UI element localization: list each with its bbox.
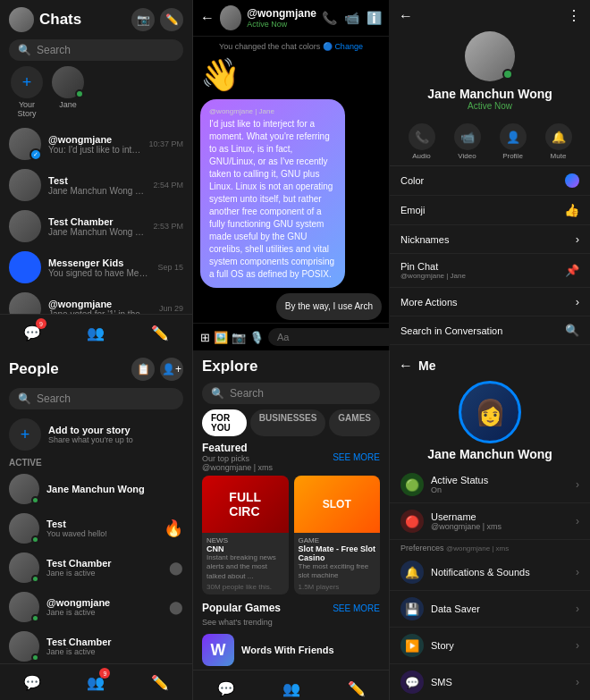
chat-avatar xyxy=(9,169,41,201)
chat-input-bar: ⊞ 🖼️ 📷 🎙️ 😊 👍 xyxy=(193,323,389,350)
pin-icon: 📌 xyxy=(565,264,579,277)
nav-compose[interactable]: ✏️ xyxy=(148,670,173,695)
phone-icon[interactable]: 📞 xyxy=(322,11,337,25)
people-contacts-icon[interactable]: 📋 xyxy=(131,358,155,381)
featured-by: @wongmjane | xms xyxy=(202,463,273,472)
camera-icon[interactable]: 📷 xyxy=(232,331,246,344)
chats-bottom-nav: 💬 9 👥 ✏️ xyxy=(0,314,192,350)
chats-header: Chats 📷 ✏️ xyxy=(0,0,192,36)
color-dot xyxy=(565,173,579,188)
explore-card-slot[interactable]: SLOT GAME Slot Mate - Free Slot Casino T… xyxy=(294,476,381,595)
image-icon[interactable]: 🖼️ xyxy=(214,331,228,344)
slot-card-image: SLOT xyxy=(294,476,381,533)
compose-icon[interactable]: ✏️ xyxy=(160,8,183,31)
chat-item[interactable]: @wongmjane Jane voted for '1' in the pol… xyxy=(0,288,192,314)
more-actions-option[interactable]: More Actions › xyxy=(390,288,590,316)
chat-window-status: Active Now xyxy=(247,20,316,29)
jane-story[interactable]: Jane xyxy=(52,66,84,118)
explore-card-cnn[interactable]: FULLCIRC NEWS CNN Instant breaking news … xyxy=(202,476,289,595)
more-options-icon[interactable]: ⋮ xyxy=(567,7,581,24)
people-action-icon[interactable]: ⬤ xyxy=(169,600,183,614)
pin-chat-option[interactable]: Pin Chat @wongmjane | Jane 📌 xyxy=(390,254,590,288)
explore-panel: Explore 🔍 Search FOR YOU BUSINESSES GAME… xyxy=(193,350,390,700)
games-see-more-button[interactable]: SEE MORE xyxy=(333,603,380,613)
emoji-option[interactable]: Emoji 👍 xyxy=(390,196,590,225)
data-saver-label: Data Saver xyxy=(431,603,569,614)
tab-games[interactable]: GAMES xyxy=(329,409,380,436)
mute-icon: 🔔 xyxy=(545,123,572,150)
add-story-sub: Share what you're up to xyxy=(48,435,133,444)
nav-chats[interactable]: 💬 xyxy=(214,676,239,700)
nav-explore[interactable]: ✏️ xyxy=(344,676,369,700)
explore-tabs: FOR YOU BUSINESSES GAMES xyxy=(193,409,389,442)
search-option[interactable]: Search in Conversation 🔍 xyxy=(390,316,590,345)
settings-back-button[interactable]: ← xyxy=(399,358,413,374)
chat-back-button[interactable]: ← xyxy=(200,10,215,26)
received-message: @wongmjane | Jane I'd just like to inter… xyxy=(200,99,345,288)
people-item[interactable]: Test Chamber Jane is active ⬤ xyxy=(0,548,192,587)
active-status-label: Active Status xyxy=(431,475,569,485)
your-story[interactable]: + Your Story xyxy=(9,66,45,118)
people-item[interactable]: Test Chamber Jane is active xyxy=(0,627,192,663)
people-item[interactable]: Test You waved hello! 🔥 xyxy=(0,509,192,548)
people-add-icon[interactable]: 👤+ xyxy=(160,358,183,381)
active-status-option[interactable]: 🟢 Active Status On › xyxy=(390,467,590,503)
add-to-story-item[interactable]: + Add to your story Share what you're up… xyxy=(0,413,192,456)
see-more-button[interactable]: SEE MORE xyxy=(333,452,380,462)
chat-name: Test xyxy=(48,175,146,186)
people-action-icon[interactable]: ⬤ xyxy=(169,561,183,575)
chat-name: @wongmjane xyxy=(48,134,141,145)
nav-chats[interactable]: 💬 9 xyxy=(20,320,45,345)
audio-action[interactable]: 📞 Audio xyxy=(409,123,435,160)
profile-back-button[interactable]: ← xyxy=(399,8,413,24)
people-bottom-nav: 💬 👥 9 ✏️ xyxy=(0,663,192,700)
search-icon: 🔍 xyxy=(18,392,31,405)
mute-label: Mute xyxy=(551,152,567,160)
chat-window-actions: 📞 📹 ℹ️ xyxy=(322,11,382,25)
chat-item[interactable]: ✓ @wongmjane You: I'd just like to inter… xyxy=(0,123,192,164)
chat-avatar xyxy=(9,251,41,283)
change-link[interactable]: Change xyxy=(334,42,363,51)
online-dot xyxy=(31,654,39,662)
info-icon[interactable]: ℹ️ xyxy=(367,11,382,25)
tab-businesses[interactable]: BUSINESSES xyxy=(250,409,325,436)
video-icon[interactable]: 📹 xyxy=(344,11,359,25)
nicknames-option[interactable]: Nicknames › xyxy=(390,225,590,254)
explore-search-bar[interactable]: 🔍 Search xyxy=(202,383,380,404)
notifications-option[interactable]: 🔔 Notifications & Sounds › xyxy=(390,554,590,591)
username-option[interactable]: 🔴 Username @wongmjane | xms › xyxy=(390,503,590,540)
game-item[interactable]: W Words With Friends xyxy=(202,630,380,670)
people-item[interactable]: @wongmjane Jane is active ⬤ xyxy=(0,587,192,627)
grid-icon[interactable]: ⊞ xyxy=(200,331,210,344)
notifications-label: Notifications & Sounds xyxy=(431,567,569,578)
people-action-icon[interactable]: 🔥 xyxy=(164,519,183,538)
chats-header-avatar xyxy=(9,7,34,32)
people-item[interactable]: Jane Manchun Wong xyxy=(0,469,192,509)
profile-panel: ← ⋮ Jane Manchun Wong Active Now 📞 Audio… xyxy=(390,0,590,350)
chat-item[interactable]: Test Jane Manchun Wong sent an actio... … xyxy=(0,164,192,206)
nav-people[interactable]: 👥 9 xyxy=(83,670,108,695)
camera-icon[interactable]: 📷 xyxy=(131,8,155,31)
nav-people[interactable]: 👥 xyxy=(83,320,108,345)
nav-chats[interactable]: 💬 xyxy=(20,670,45,695)
color-option[interactable]: Color xyxy=(390,166,590,196)
chat-item[interactable]: Messenger Kids You signed to have Messen… xyxy=(0,247,192,288)
people-search-bar[interactable]: 🔍 Search xyxy=(9,388,183,409)
chats-search-bar[interactable]: 🔍 Search xyxy=(9,39,183,61)
video-action[interactable]: 📹 Video xyxy=(454,123,481,160)
people-name: Jane Manchun Wong xyxy=(46,484,183,494)
chat-item[interactable]: Test Chamber Jane Manchun Wong sent an a… xyxy=(0,206,192,247)
chat-avatar xyxy=(9,210,41,242)
chat-input-field[interactable] xyxy=(268,328,409,346)
mute-action[interactable]: 🔔 Mute xyxy=(545,123,572,160)
nav-people[interactable]: 👥 xyxy=(279,676,304,700)
tab-for-you[interactable]: FOR YOU xyxy=(202,409,247,436)
profile-action[interactable]: 👤 Profile xyxy=(500,123,527,160)
sms-option[interactable]: 💬 SMS › xyxy=(390,664,590,700)
chats-title: Chats xyxy=(39,11,126,29)
story-option[interactable]: ▶️ Story › xyxy=(390,628,590,664)
slot-card-body: GAME Slot Mate - Free Slot Casino The mo… xyxy=(294,533,381,595)
nav-compose[interactable]: ✏️ xyxy=(148,320,173,345)
mic-icon[interactable]: 🎙️ xyxy=(249,331,264,344)
data-saver-option[interactable]: 💾 Data Saver › xyxy=(390,591,590,628)
